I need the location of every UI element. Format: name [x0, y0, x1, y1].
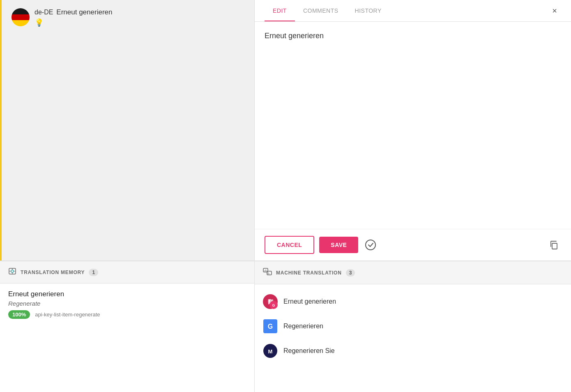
- editor-content: Erneut generieren: [255, 22, 571, 229]
- svg-point-3: [11, 270, 14, 272]
- svg-text:G: G: [268, 323, 273, 330]
- mt-item-text-1: Regenerieren: [283, 323, 323, 330]
- editor-text: Erneut generieren: [265, 32, 324, 40]
- mt-item-google[interactable]: G Regenerieren: [263, 314, 563, 339]
- translation-memory-panel: TRANSLATION MEMORY 1 Erneut generieren R…: [0, 261, 255, 392]
- bottom-panel: TRANSLATION MEMORY 1 Erneut generieren R…: [0, 261, 571, 392]
- machine-translation-panel: MACHINE TRANSLATION 3 翻 G Erneut generie…: [255, 261, 571, 392]
- mt-count: 3: [346, 269, 355, 277]
- action-bar: CANCEL SAVE: [255, 229, 571, 261]
- check-circle-icon[interactable]: [363, 238, 378, 252]
- locale-code: de-DE: [35, 9, 53, 16]
- close-button[interactable]: ×: [548, 4, 561, 17]
- bulb-icon: 💡: [35, 18, 112, 27]
- cancel-button[interactable]: CANCEL: [265, 236, 314, 254]
- microsoft-icon: M: [263, 344, 278, 358]
- tm-header: TRANSLATION MEMORY 1: [0, 261, 254, 284]
- tm-key: api-key-list-item-regenerate: [35, 311, 100, 318]
- google-translate-icon: G: [263, 319, 278, 334]
- mt-items-list: 翻 G Erneut generieren G Regenerieren: [255, 284, 571, 368]
- tab-history[interactable]: HISTORY: [347, 0, 390, 21]
- mt-item-text-2: Regenerieren Sie: [283, 347, 335, 355]
- tab-edit[interactable]: EDIT: [265, 0, 295, 21]
- left-panel: de-DE Erneut generieren 💡: [0, 0, 255, 261]
- mt-item-deepl[interactable]: 翻 G Erneut generieren: [263, 289, 563, 314]
- save-button[interactable]: SAVE: [319, 237, 358, 253]
- tab-comments[interactable]: COMMENTS: [295, 0, 347, 21]
- translation-title-left: Erneut generieren: [56, 8, 112, 16]
- mt-item-text-0: Erneut generieren: [283, 298, 336, 305]
- flag-de: [12, 8, 30, 26]
- tab-bar: EDIT COMMENTS HISTORY ×: [255, 0, 571, 22]
- right-panel: EDIT COMMENTS HISTORY × Erneut generiere…: [255, 0, 571, 261]
- tm-item[interactable]: Erneut generieren Regenerate 100% api-ke…: [0, 284, 254, 325]
- mt-title: MACHINE TRANSLATION: [276, 270, 342, 276]
- deepl-icon: 翻 G: [263, 294, 278, 309]
- locale-label: de-DE Erneut generieren: [35, 8, 112, 16]
- svg-rect-1: [552, 243, 557, 249]
- tm-title: TRANSLATION MEMORY: [21, 270, 85, 275]
- tm-icon: [8, 267, 16, 277]
- flag-red-stripe: [12, 14, 30, 21]
- tm-item-title: Erneut generieren: [8, 290, 246, 298]
- tm-match-badge: 100%: [8, 310, 30, 319]
- tm-count: 1: [89, 269, 98, 276]
- svg-text:M: M: [268, 348, 273, 355]
- svg-text:G: G: [272, 303, 275, 307]
- mt-icon: [263, 267, 272, 278]
- mt-header: MACHINE TRANSLATION 3: [255, 261, 571, 284]
- mt-item-microsoft[interactable]: M Regenerieren Sie: [263, 339, 563, 363]
- flag-black-stripe: [12, 8, 30, 14]
- tm-item-meta: 100% api-key-list-item-regenerate: [8, 310, 246, 319]
- copy-icon[interactable]: [546, 238, 561, 252]
- svg-point-0: [366, 240, 375, 250]
- flag-gold-stripe: [12, 20, 30, 26]
- tm-item-source: Regenerate: [8, 300, 246, 307]
- left-header-text: de-DE Erneut generieren 💡: [35, 8, 112, 27]
- left-header: de-DE Erneut generieren 💡: [12, 8, 244, 27]
